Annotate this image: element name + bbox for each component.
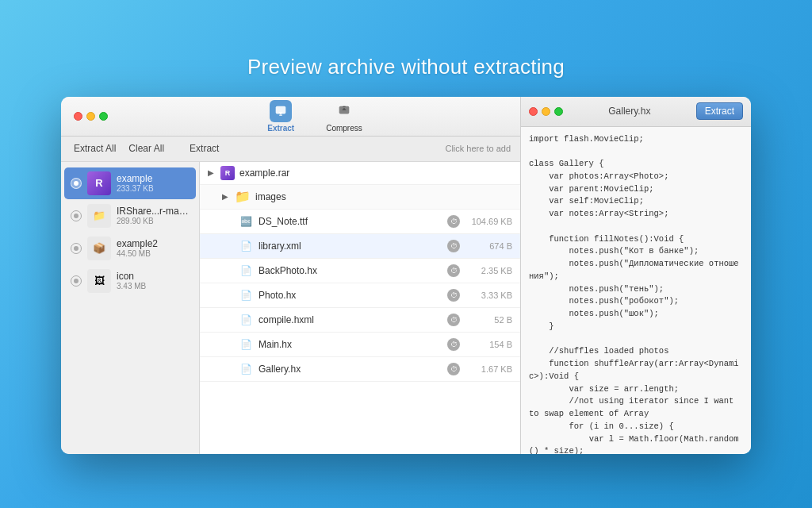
- file-size-2: 2.35 KB: [465, 266, 512, 275]
- file-size-0: 104.69 KB: [465, 217, 512, 226]
- file-badge-2: ⏱: [447, 264, 460, 277]
- file-icon-0: 🔤: [238, 214, 254, 229]
- right-close-btn[interactable]: [529, 107, 538, 116]
- archive-info-2: example2 44.50 MB: [117, 238, 158, 258]
- archive-item-3[interactable]: 🖼 icon 3.43 MB: [64, 265, 196, 297]
- file-tab-label: Gallery.hx: [569, 106, 690, 117]
- file-icon-5: 📄: [238, 337, 254, 352]
- file-icon-2: 📄: [238, 263, 254, 279]
- file-name-6: Gallery.hx: [259, 364, 442, 375]
- content-area: R example 233.37 KB 📁 IRShare...r-master…: [61, 162, 520, 454]
- archive-icon-2: 📦: [87, 237, 111, 260]
- archive-size-1: 289.90 KB: [117, 217, 190, 225]
- archive-info-3: icon 3.43 MB: [117, 271, 146, 291]
- file-badge-4: ⏱: [447, 314, 460, 326]
- svg-rect-2: [279, 114, 282, 115]
- compress-btn-label: Compress: [326, 124, 362, 133]
- extract-icon: [274, 104, 288, 118]
- right-toolbar: Gallery.hx Extract: [521, 97, 751, 127]
- file-name-3: Photo.hx: [259, 290, 442, 301]
- file-icon-4: 📄: [238, 312, 254, 328]
- file-size-4: 52 B: [465, 315, 512, 325]
- file-badge-3: ⏱: [447, 289, 460, 302]
- maximize-button[interactable]: [99, 112, 108, 121]
- archive-size-3: 3.43 MB: [117, 282, 146, 291]
- file-badge-6: ⏱: [447, 363, 460, 375]
- file-name-4: compile.hxml: [259, 314, 442, 325]
- archive-size-2: 44.50 MB: [117, 249, 158, 258]
- right-minimize-btn[interactable]: [542, 107, 550, 116]
- right-maximize-btn[interactable]: [554, 107, 563, 116]
- archive-name-1: IRShare...r-master: [117, 206, 190, 217]
- traffic-lights-left: [69, 112, 113, 121]
- archive-item-1[interactable]: 📁 IRShare...r-master 289.90 KB: [64, 200, 196, 232]
- file-size-3: 3.33 KB: [465, 291, 512, 300]
- click-hint[interactable]: Click here to add: [445, 144, 511, 153]
- clear-all-btn[interactable]: Clear All: [125, 141, 167, 156]
- archive-sidebar: R example 233.37 KB 📁 IRShare...r-master…: [61, 162, 200, 454]
- archive-item-0[interactable]: R example 233.37 KB: [64, 167, 196, 199]
- extract-toolbar-btn[interactable]: Extract: [261, 97, 301, 136]
- action-bar: Extract All Clear All Extract Click here…: [61, 137, 520, 162]
- archive-name-3: icon: [117, 271, 146, 282]
- select-circle-3[interactable]: [71, 275, 82, 287]
- root-rar-name: example.rar: [239, 167, 512, 179]
- right-extract-btn[interactable]: Extract: [696, 102, 743, 120]
- archive-icon-1: 📁: [87, 204, 111, 228]
- file-name-5: Main.hx: [259, 339, 442, 350]
- compress-icon-box: [333, 100, 355, 122]
- file-icon-1: 📄: [238, 238, 254, 254]
- file-name-2: BackPhoto.hx: [259, 265, 442, 276]
- archive-info-0: example 233.37 KB: [117, 173, 154, 193]
- expand-icon: ▶: [208, 168, 214, 177]
- code-view[interactable]: import flash.MovieClip; class Gallery { …: [521, 127, 751, 454]
- svg-rect-5: [343, 106, 346, 106]
- close-button[interactable]: [74, 112, 82, 121]
- archive-name-2: example2: [117, 238, 158, 249]
- file-row-1[interactable]: 📄 library.xml ⏱ 674 B: [200, 234, 520, 259]
- select-circle-2[interactable]: [71, 243, 82, 254]
- extract-label: Extract: [190, 143, 219, 154]
- folder-name: images: [255, 191, 512, 202]
- file-badge-0: ⏱: [447, 215, 460, 228]
- file-name-0: DS_Note.ttf: [259, 216, 442, 227]
- file-row-0[interactable]: 🔤 DS_Note.ttf ⏱ 104.69 KB: [200, 210, 520, 234]
- file-icon-3: 📄: [238, 287, 254, 303]
- images-folder-item[interactable]: ▶ 📁 images: [200, 185, 520, 210]
- file-name-1: library.xml: [259, 241, 442, 252]
- expand-folder-icon: ▶: [222, 192, 228, 201]
- file-row-5[interactable]: 📄 Main.hx ⏱ 154 B: [200, 333, 520, 357]
- file-badge-5: ⏱: [447, 338, 460, 351]
- file-row-2[interactable]: 📄 BackPhoto.hx ⏱ 2.35 KB: [200, 259, 520, 283]
- extract-icon-box: [270, 100, 292, 122]
- file-size-6: 1.67 KB: [465, 364, 512, 374]
- file-row-3[interactable]: 📄 Photo.hx ⏱ 3.33 KB: [200, 283, 520, 308]
- archive-item-2[interactable]: 📦 example2 44.50 MB: [64, 233, 196, 264]
- archive-name-0: example: [117, 173, 154, 184]
- file-icon-6: 📄: [238, 361, 254, 377]
- app-window: Extract Compress Extract All Clear: [61, 97, 751, 454]
- file-badge-1: ⏱: [447, 240, 460, 252]
- right-panel: Gallery.hx Extract import flash.MovieCli…: [521, 97, 751, 454]
- file-size-1: 674 B: [465, 241, 512, 251]
- archive-icon-3: 🖼: [87, 269, 111, 293]
- traffic-lights: [529, 107, 563, 116]
- extract-all-btn[interactable]: Extract All: [71, 141, 119, 156]
- file-row-6[interactable]: 📄 Gallery.hx ⏱ 1.67 KB: [200, 357, 520, 382]
- select-circle-0[interactable]: [71, 178, 82, 189]
- compress-toolbar-btn[interactable]: Compress: [320, 97, 369, 136]
- archive-icon-0: R: [87, 171, 111, 195]
- rar-file-icon: R: [220, 166, 235, 180]
- archive-info-1: IRShare...r-master 289.90 KB: [117, 206, 190, 225]
- file-row-4[interactable]: 📄 compile.hxml ⏱ 52 B: [200, 308, 520, 333]
- root-rar-item[interactable]: ▶ R example.rar: [200, 162, 520, 185]
- select-circle-1[interactable]: [71, 210, 82, 221]
- archive-size-0: 233.37 KB: [117, 184, 154, 193]
- left-toolbar: Extract Compress: [61, 97, 520, 137]
- minimize-button[interactable]: [86, 112, 95, 121]
- compress-icon: [337, 104, 351, 118]
- folder-icon: 📁: [235, 189, 251, 205]
- file-size-5: 154 B: [465, 340, 512, 349]
- page-headline: Preview archive without extracting: [247, 55, 565, 79]
- extract-btn-label: Extract: [267, 124, 294, 133]
